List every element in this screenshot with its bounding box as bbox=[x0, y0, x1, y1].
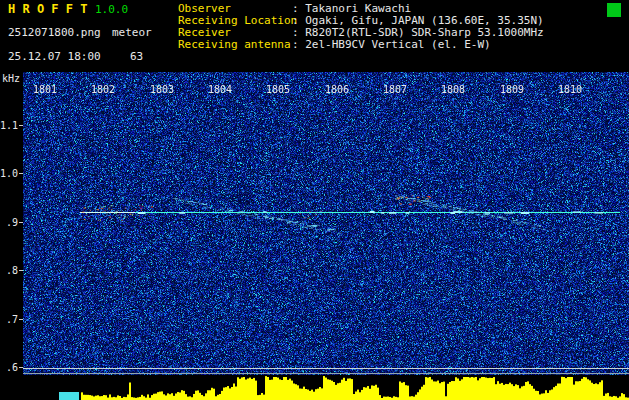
time-tick-label: 1802 bbox=[91, 84, 115, 95]
freq-tick-label: .6 bbox=[0, 362, 18, 373]
time-tick-label: 1804 bbox=[208, 84, 232, 95]
time-tick-label: 1801 bbox=[33, 84, 57, 95]
output-filename: 2512071800.png bbox=[8, 27, 101, 39]
app-version: 1.0.0 bbox=[95, 4, 128, 16]
freq-tick-label: .9 bbox=[0, 217, 18, 228]
time-tick-label: 1806 bbox=[325, 84, 349, 95]
status-square bbox=[607, 3, 621, 17]
freq-tick-label: 1.0 bbox=[0, 168, 18, 179]
y-axis-unit: kHz bbox=[2, 73, 20, 84]
time-tick-label: 1809 bbox=[500, 84, 524, 95]
time-tick-label: 1807 bbox=[383, 84, 407, 95]
freq-tick-label: 1.1 bbox=[0, 120, 18, 131]
info-label-antenna: Receiving antenna bbox=[178, 39, 291, 51]
time-tick-label: 1810 bbox=[558, 84, 582, 95]
time-tick-label: 1808 bbox=[441, 84, 465, 95]
echo-count: 63 bbox=[130, 51, 143, 63]
time-tick-label: 1803 bbox=[150, 84, 174, 95]
datetime-label: 25.12.07 18:00 bbox=[8, 51, 101, 63]
spectrogram-canvas bbox=[23, 72, 629, 400]
app-title: H R O F F T bbox=[8, 3, 87, 15]
freq-tick-label: .7 bbox=[0, 314, 18, 325]
freq-tick-label: .8 bbox=[0, 265, 18, 276]
info-value-antenna: : 2el-HB9CV Vertical (el. E-W) bbox=[292, 39, 491, 51]
time-tick-label: 1805 bbox=[266, 84, 290, 95]
mode-label: meteor bbox=[112, 27, 152, 39]
hrofft-output-window: H R O F F T 1.0.0 2512071800.png meteor … bbox=[0, 0, 629, 400]
